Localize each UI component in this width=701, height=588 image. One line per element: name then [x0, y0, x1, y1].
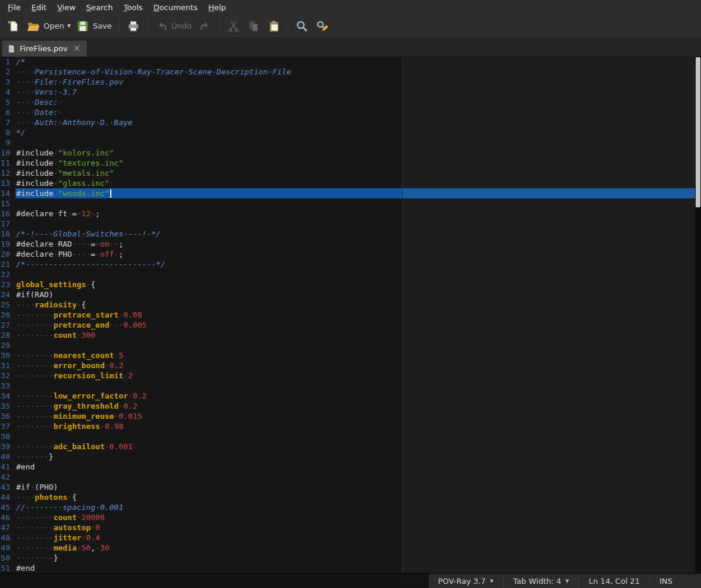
line-number: 42: [0, 472, 15, 482]
code-line[interactable]: 8*/: [0, 127, 701, 138]
code-line[interactable]: 35········gray_threshold·0.2: [0, 401, 701, 411]
code-text: */: [15, 127, 701, 138]
menu-file[interactable]: File: [2, 1, 26, 14]
paste-button[interactable]: [264, 17, 284, 35]
code-text: ········nearest_count·5: [15, 350, 701, 360]
code-line[interactable]: 25····radiosity·{: [0, 300, 701, 310]
tab-fireflies[interactable]: FireFlies.pov ×: [1, 40, 88, 57]
code-line[interactable]: 36········minimum_reuse·0.015: [0, 411, 701, 421]
code-line[interactable]: 12#include·"metals.inc": [0, 168, 701, 178]
code-line[interactable]: 17: [0, 219, 701, 229]
code-line[interactable]: 15: [0, 198, 701, 209]
copy-icon: [247, 20, 260, 33]
code-line[interactable]: 23global_settings·{: [0, 279, 701, 290]
code-line[interactable]: 5····Desc:·: [0, 97, 701, 107]
find-button[interactable]: [292, 17, 312, 35]
code-line[interactable]: 41#end: [0, 462, 701, 472]
scrollbar-thumb[interactable]: [696, 57, 700, 207]
code-line[interactable]: 1/*: [0, 57, 701, 67]
code-line[interactable]: 46········count·20000: [0, 512, 701, 522]
print-button[interactable]: [123, 17, 144, 35]
code-line[interactable]: 19#declare·RAD····=·on··;: [0, 239, 701, 249]
code-line[interactable]: 9: [0, 138, 701, 148]
code-line[interactable]: 47········autostop·0: [0, 522, 701, 533]
code-text: #include·"kolors.inc": [15, 148, 701, 158]
menu-view[interactable]: View: [52, 1, 81, 14]
code-line[interactable]: 44····photons·{: [0, 492, 701, 502]
code-line[interactable]: 32········recursion_limit·2: [0, 371, 701, 381]
menu-tools[interactable]: Tools: [119, 1, 148, 14]
close-icon[interactable]: ×: [72, 44, 82, 53]
save-icon: [76, 20, 89, 33]
vertical-scrollbar[interactable]: [695, 57, 701, 573]
code-text: ········error_bound·0.2: [15, 360, 701, 371]
code-line[interactable]: 16#declare·ft·=·12·;: [0, 209, 701, 219]
code-text: ········media·50,·30: [15, 543, 701, 553]
code-line[interactable]: 34········low_error_factor·0.2: [0, 391, 701, 401]
code-line[interactable]: 13#include·"glass.inc": [0, 178, 701, 188]
code-line[interactable]: 10#include·"kolors.inc": [0, 148, 701, 158]
code-line[interactable]: 51#end: [0, 563, 701, 573]
find-replace-button[interactable]: [312, 17, 332, 35]
code-text: ········recursion_limit·2: [15, 371, 701, 381]
menu-search[interactable]: Search: [81, 1, 119, 14]
code-line[interactable]: 14#include·"woods.inc": [0, 188, 701, 198]
menu-documents[interactable]: Documents: [148, 1, 203, 14]
code-line[interactable]: 45//········spacing·0.001: [0, 502, 701, 512]
code-line[interactable]: 31········error_bound·0.2: [0, 360, 701, 371]
code-line[interactable]: 29: [0, 340, 701, 350]
tab-width-selector[interactable]: Tab Width: 4 ▼: [503, 574, 579, 588]
line-number: 40: [0, 452, 15, 462]
code-line[interactable]: 4····Vers:·3.7: [0, 87, 701, 97]
line-number: 10: [0, 148, 15, 158]
code-line[interactable]: 3····File:·FireFlies.pov: [0, 77, 701, 87]
code-line[interactable]: 20#declare·PHO····=·off·;: [0, 249, 701, 259]
line-number: 12: [0, 168, 15, 178]
code-line[interactable]: 37········brightness·0.98: [0, 421, 701, 431]
copy-button[interactable]: [244, 17, 264, 35]
code-line[interactable]: 50········}: [0, 553, 701, 563]
code-line[interactable]: 42: [0, 472, 701, 482]
code-line[interactable]: 6····Date:·: [0, 107, 701, 117]
undo-button[interactable]: Undo: [151, 17, 195, 35]
code-text: ········adc_bailout·0.001: [15, 441, 701, 452]
editor-area[interactable]: 1/*2····Persistence·of·Vision·Ray·Tracer…: [0, 57, 701, 573]
code-line[interactable]: 38: [0, 431, 701, 441]
code-line[interactable]: 2····Persistence·of·Vision·Ray·Tracer·Sc…: [0, 67, 701, 77]
open-dropdown-button[interactable]: ▼: [66, 21, 73, 31]
code-line[interactable]: 49········media·50,·30: [0, 543, 701, 553]
code-line[interactable]: 26········pretrace_start·0.08: [0, 310, 701, 320]
code-text: ········gray_threshold·0.2: [15, 401, 701, 411]
code-line[interactable]: 28········count·300: [0, 330, 701, 340]
code-text: ········count·20000: [15, 512, 701, 522]
code-text: ········pretrace_start·0.08: [15, 310, 701, 320]
code-line[interactable]: 27········pretrace_end···0.005: [0, 320, 701, 330]
line-number: 21: [0, 259, 15, 269]
line-number: 47: [0, 522, 15, 533]
line-number: 48: [0, 533, 15, 543]
code-line[interactable]: 39········adc_bailout·0.001: [0, 441, 701, 452]
cut-button[interactable]: [223, 17, 244, 35]
code-line[interactable]: 11#include·"textures.inc": [0, 158, 701, 168]
code-line[interactable]: 40·······}: [0, 452, 701, 462]
line-number: 7: [0, 117, 15, 127]
code-line[interactable]: 18/*·!---·Global·Switches·---!·*/: [0, 229, 701, 239]
undo-icon: [155, 20, 168, 33]
language-selector[interactable]: POV-Ray 3.7 ▼: [429, 574, 503, 588]
save-button[interactable]: Save: [73, 17, 116, 35]
code-line[interactable]: 48········jitter·0.4: [0, 533, 701, 543]
menu-edit[interactable]: Edit: [26, 1, 52, 14]
open-button[interactable]: Open: [23, 17, 68, 35]
code-line[interactable]: 43#if·(PHO): [0, 482, 701, 492]
redo-button[interactable]: [195, 17, 216, 35]
code-line[interactable]: 7····Auth:·Anthony·D.·Baye: [0, 117, 701, 127]
code-text: ········minimum_reuse·0.015: [15, 411, 701, 421]
code-line[interactable]: 24#if(RAD): [0, 290, 701, 300]
code-line[interactable]: 33: [0, 381, 701, 391]
code-line[interactable]: 30········nearest_count·5: [0, 350, 701, 360]
menu-help[interactable]: Help: [203, 1, 232, 14]
code-line[interactable]: 21/*·--------------------------·*/: [0, 259, 701, 269]
line-number: 45: [0, 502, 15, 512]
code-line[interactable]: 22: [0, 269, 701, 279]
new-document-button[interactable]: [3, 17, 23, 35]
